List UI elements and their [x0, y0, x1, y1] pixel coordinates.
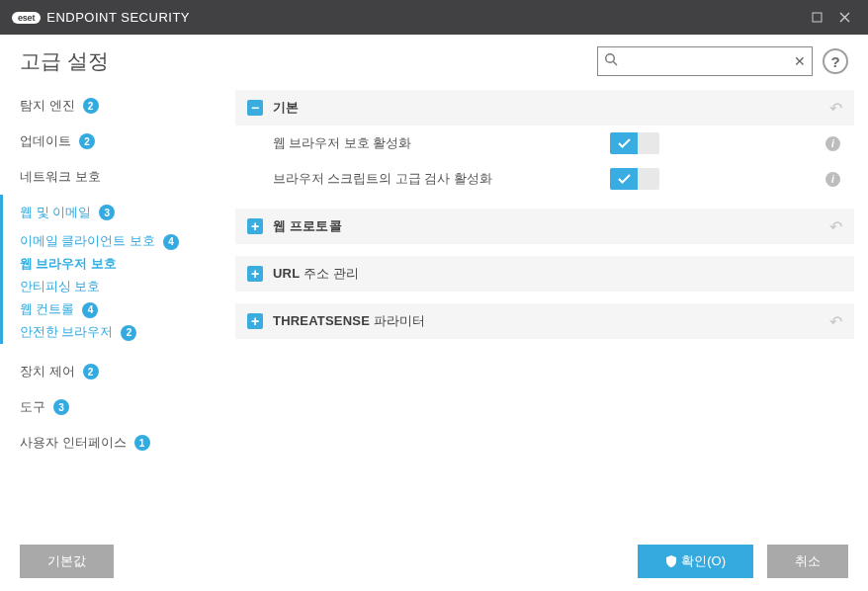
sidebar-badge: 2	[121, 325, 136, 341]
info-icon[interactable]: i	[825, 136, 840, 151]
maximize-button[interactable]	[803, 4, 830, 32]
header-row: 고급 설정 ✕ ?	[0, 35, 868, 84]
section-title: 웹 프로토콜	[273, 217, 342, 235]
svg-point-1	[606, 54, 615, 63]
sidebar-item-label: 웹 브라우저 보호	[20, 256, 117, 273]
ok-button[interactable]: 확인(O)	[638, 545, 753, 578]
toggle-web-protection[interactable]	[610, 132, 659, 154]
revert-icon[interactable]: ↶	[829, 99, 842, 118]
revert-icon[interactable]: ↶	[829, 312, 842, 331]
search-icon	[604, 52, 618, 70]
sidebar-sub-email-client[interactable]: 이메일 클라이언트 보호 4	[0, 230, 225, 253]
svg-line-2	[613, 61, 617, 65]
search-field[interactable]: ✕	[597, 46, 813, 76]
setting-label: 브라우저 스크립트의 고급 검사 활성화	[273, 171, 492, 188]
sidebar-badge: 4	[163, 234, 179, 250]
section-basic: − 기본 ↶ 웹 브라우저 보호 활성화 i 브라우저 스크립트의 고급 검사 …	[235, 90, 854, 197]
setting-row-script-scan: 브라우저 스크립트의 고급 검사 활성화 i	[235, 161, 854, 197]
svg-rect-0	[813, 13, 822, 22]
expand-icon: +	[247, 218, 263, 234]
content-area: − 기본 ↶ 웹 브라우저 보호 활성화 i 브라우저 스크립트의 고급 검사 …	[225, 84, 868, 532]
default-button[interactable]: 기본값	[20, 545, 114, 578]
sidebar-item-update[interactable]: 업데이트 2	[0, 124, 225, 159]
brand-logo: eset	[12, 12, 41, 24]
sidebar-item-label: 업데이트	[20, 132, 71, 150]
section-title: 기본	[273, 99, 299, 117]
sidebar-item-label: 장치 제어	[20, 363, 75, 380]
sidebar-sub-web-browser[interactable]: 웹 브라우저 보호	[0, 253, 225, 276]
sidebar-item-label: 웹 컨트롤	[20, 301, 74, 318]
setting-label: 웹 브라우저 보호 활성화	[273, 135, 411, 152]
sidebar-item-label: 웹 및 이메일	[20, 204, 91, 221]
close-icon	[839, 12, 850, 23]
setting-row-web-protection: 웹 브라우저 보호 활성화 i	[235, 126, 854, 161]
sidebar-sub-antiphishing[interactable]: 안티피싱 보호	[0, 276, 225, 298]
sidebar-badge: 4	[82, 302, 98, 318]
sidebar: 탐지 엔진 2 업데이트 2 네트워크 보호 웹 및 이메일 3 이메일 클라이…	[0, 84, 225, 532]
sidebar-item-label: 탐지 엔진	[20, 97, 75, 115]
section-header-url[interactable]: + URL 주소 관리	[235, 256, 854, 292]
search-input[interactable]	[622, 54, 794, 68]
expand-icon: +	[247, 266, 263, 282]
section-url-management: + URL 주소 관리	[235, 256, 854, 292]
sidebar-item-network[interactable]: 네트워크 보호	[0, 159, 225, 195]
section-header-threatsense[interactable]: + THREATSENSE 파라미터 ↶	[235, 303, 854, 339]
sidebar-badge: 3	[99, 205, 115, 220]
help-button[interactable]: ?	[823, 48, 848, 74]
sidebar-sub-safebrowser[interactable]: 안전한 브라우저 2	[0, 321, 225, 344]
check-icon	[618, 174, 631, 184]
section-title: URL 주소 관리	[273, 265, 360, 283]
sidebar-item-ui[interactable]: 사용자 인터페이스 1	[0, 425, 225, 461]
close-button[interactable]	[830, 4, 858, 32]
sidebar-item-label: 사용자 인터페이스	[20, 434, 127, 452]
cancel-button[interactable]: 취소	[767, 545, 848, 578]
sidebar-item-label: 네트워크 보호	[20, 168, 101, 186]
section-header-basic[interactable]: − 기본 ↶	[235, 90, 854, 126]
square-icon	[812, 12, 823, 23]
sidebar-item-web-email[interactable]: 웹 및 이메일 3	[0, 195, 225, 230]
sidebar-badge: 1	[134, 435, 150, 451]
sidebar-badge: 2	[83, 98, 99, 114]
sidebar-item-label: 도구	[20, 398, 45, 416]
section-threatsense: + THREATSENSE 파라미터 ↶	[235, 303, 854, 339]
section-web-protocols: + 웹 프로토콜 ↶	[235, 209, 854, 244]
sidebar-item-label: 이메일 클라이언트 보호	[20, 233, 155, 250]
sidebar-item-tools[interactable]: 도구 3	[0, 389, 225, 425]
app-title: ENDPOINT SECURITY	[46, 10, 190, 25]
titlebar: eset ENDPOINT SECURITY	[0, 0, 868, 35]
revert-icon[interactable]: ↶	[829, 217, 842, 236]
info-icon[interactable]: i	[825, 172, 840, 187]
sidebar-item-detection-engine[interactable]: 탐지 엔진 2	[0, 88, 225, 124]
toggle-script-scan[interactable]	[610, 168, 659, 190]
sidebar-sub-webcontrol[interactable]: 웹 컨트롤 4	[0, 298, 225, 321]
check-icon	[618, 138, 631, 148]
sidebar-item-device-control[interactable]: 장치 제어 2	[0, 354, 225, 389]
collapse-icon: −	[247, 100, 263, 116]
search-clear-icon[interactable]: ✕	[794, 53, 806, 69]
expand-icon: +	[247, 313, 263, 329]
section-header-protocols[interactable]: + 웹 프로토콜 ↶	[235, 209, 854, 244]
sidebar-badge: 2	[83, 364, 99, 380]
sidebar-item-label: 안티피싱 보호	[20, 279, 100, 296]
button-label: 확인(O)	[681, 552, 726, 570]
shield-icon	[665, 555, 677, 567]
footer: 기본값 확인(O) 취소	[0, 532, 868, 591]
sidebar-badge: 2	[79, 133, 95, 149]
sidebar-badge: 3	[53, 399, 69, 415]
sidebar-item-label: 안전한 브라우저	[20, 324, 113, 341]
section-title: THREATSENSE 파라미터	[273, 312, 426, 330]
page-title: 고급 설정	[20, 47, 109, 75]
